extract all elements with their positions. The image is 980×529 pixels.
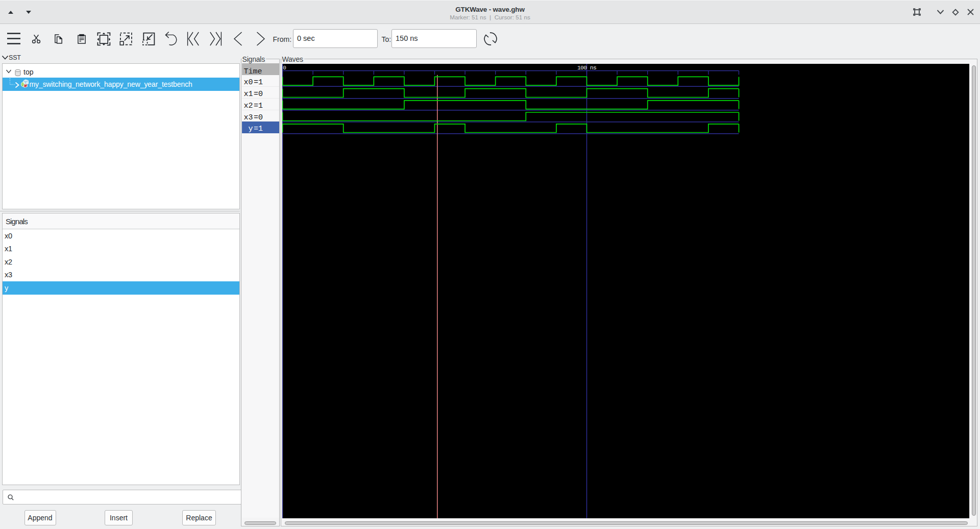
svg-text:0: 0: [283, 64, 286, 71]
svg-text:100 ns: 100 ns: [577, 64, 596, 71]
